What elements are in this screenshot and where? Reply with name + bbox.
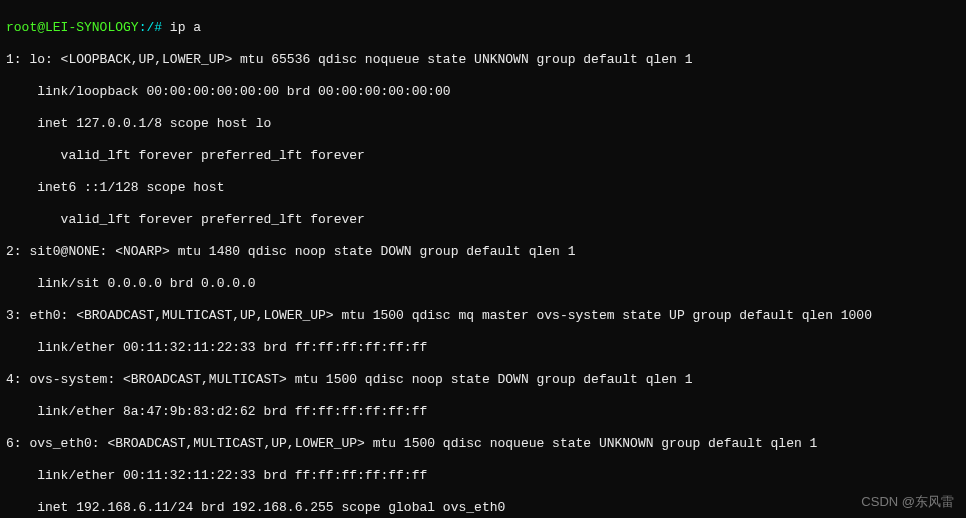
iface-lo-valid: valid_lft forever preferred_lft forever <box>6 148 960 164</box>
iface-ovseth0-link: link/ether 00:11:32:11:22:33 brd ff:ff:f… <box>6 468 960 484</box>
iface-ovssys-header: 4: ovs-system: <BROADCAST,MULTICAST> mtu… <box>6 372 960 388</box>
prompt-path: :/# <box>139 20 162 35</box>
command-text: ip a <box>162 20 201 35</box>
iface-lo-inet6: inet6 ::1/128 scope host <box>6 180 960 196</box>
iface-sit0-link: link/sit 0.0.0.0 brd 0.0.0.0 <box>6 276 960 292</box>
iface-ovssys-link: link/ether 8a:47:9b:83:d2:62 brd ff:ff:f… <box>6 404 960 420</box>
prompt-user-host: root@LEI-SYNOLOGY <box>6 20 139 35</box>
iface-ovseth0-header: 6: ovs_eth0: <BROADCAST,MULTICAST,UP,LOW… <box>6 436 960 452</box>
iface-eth0-header: 3: eth0: <BROADCAST,MULTICAST,UP,LOWER_U… <box>6 308 960 324</box>
iface-lo-valid6: valid_lft forever preferred_lft forever <box>6 212 960 228</box>
iface-eth0-link: link/ether 00:11:32:11:22:33 brd ff:ff:f… <box>6 340 960 356</box>
iface-sit0-header: 2: sit0@NONE: <NOARP> mtu 1480 qdisc noo… <box>6 244 960 260</box>
terminal-output[interactable]: root@LEI-SYNOLOGY:/# ip a 1: lo: <LOOPBA… <box>0 0 966 518</box>
iface-ovseth0-inet: inet 192.168.6.11/24 brd 192.168.6.255 s… <box>6 500 960 516</box>
iface-lo-inet: inet 127.0.0.1/8 scope host lo <box>6 116 960 132</box>
iface-lo-header: 1: lo: <LOOPBACK,UP,LOWER_UP> mtu 65536 … <box>6 52 960 68</box>
shell-prompt-line: root@LEI-SYNOLOGY:/# ip a <box>6 20 960 36</box>
iface-lo-link: link/loopback 00:00:00:00:00:00 brd 00:0… <box>6 84 960 100</box>
